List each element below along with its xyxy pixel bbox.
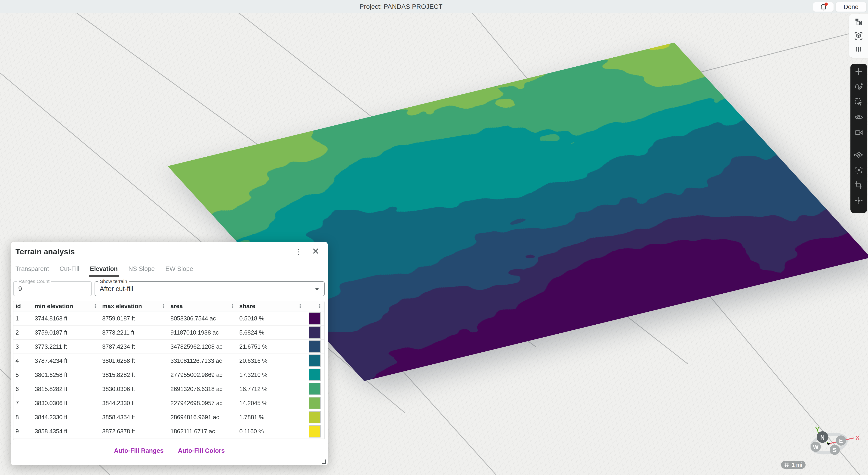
cell-min: 3830.0306 ft — [33, 399, 100, 407]
cell-min: 3815.8282 ft — [33, 385, 100, 393]
close-icon[interactable]: ✕ — [311, 246, 321, 256]
cell-area: 347825962.1208 ac — [168, 343, 237, 350]
cell-color — [305, 397, 324, 409]
cell-area: 91187010.1938 ac — [168, 329, 237, 336]
panel-resize-handle[interactable] — [322, 459, 326, 464]
analysis-tabs: Transparent Cut-Fill Elevation NS Slope … — [16, 262, 324, 276]
range-color-swatch[interactable] — [309, 354, 321, 367]
column-menu-icon[interactable]: ⋮ — [228, 303, 237, 309]
cell-id: 5 — [13, 372, 33, 379]
app: Y X W S E N 1 mi Project: PANDAS PROJECT — [0, 0, 868, 475]
map-scale-badge: 1 mi — [781, 461, 806, 469]
table-header: id min elevation⋮ max elevation⋮ area⋮ s… — [13, 301, 324, 311]
range-color-swatch[interactable] — [309, 411, 321, 423]
cell-area: 8053306.7544 ac — [168, 315, 237, 322]
cell-id: 1 — [13, 315, 33, 322]
cell-share: 17.3210 % — [237, 372, 305, 379]
column-menu-icon[interactable]: ⋮ — [315, 303, 324, 309]
surface-tool-button[interactable] — [854, 150, 864, 160]
show-terrain-select[interactable]: Show terrain After cut-fill — [95, 281, 324, 296]
show-terrain-label: Show terrain — [98, 278, 129, 284]
fit-view-cube-button[interactable] — [854, 31, 864, 41]
table-row[interactable]: 43787.4234 ft3801.6258 ft331081126.7133 … — [13, 354, 324, 368]
ranges-count-field[interactable]: Ranges Count 9 — [13, 281, 92, 296]
cell-id: 4 — [13, 357, 33, 364]
cell-min: 3744.8163 ft — [33, 315, 100, 322]
range-color-swatch[interactable] — [309, 312, 321, 325]
cell-id: 2 — [13, 329, 33, 336]
column-header-id: id — [13, 303, 33, 309]
navigation-gizmo[interactable]: Y X W S E N — [806, 424, 862, 459]
column-header-share: share⋮ — [237, 303, 305, 309]
notification-dot — [825, 3, 828, 6]
cell-area: 277955002.9869 ac — [168, 372, 237, 379]
cell-id: 9 — [13, 428, 33, 435]
cell-area: 28694816.9691 ac — [168, 414, 237, 421]
cell-max: 3801.6258 ft — [100, 357, 168, 364]
camera-button[interactable] — [854, 127, 864, 138]
range-color-swatch[interactable] — [309, 397, 321, 409]
cell-id: 7 — [13, 399, 33, 407]
layers-tree-button[interactable] — [854, 17, 864, 28]
ranges-count-value[interactable]: 9 — [13, 285, 22, 293]
cell-min: 3787.4234 ft — [33, 357, 100, 364]
tab-cut-fill[interactable]: Cut-Fill — [60, 265, 80, 276]
view-options-card — [849, 14, 868, 58]
tab-ns-slope[interactable]: NS Slope — [128, 265, 155, 276]
table-row[interactable]: 73830.0306 ft3844.2330 ft227942698.0957 … — [13, 396, 324, 410]
draw-spline-button[interactable] — [854, 82, 864, 92]
cell-max: 3872.6378 ft — [100, 428, 168, 435]
range-color-swatch[interactable] — [309, 326, 321, 339]
auto-fill-ranges-button[interactable]: Auto-Fill Ranges — [114, 447, 164, 454]
ranges-table: id min elevation⋮ max elevation⋮ area⋮ s… — [13, 301, 324, 440]
center-focus-button[interactable] — [854, 196, 864, 206]
cell-max: 3830.0306 ft — [100, 385, 168, 393]
cell-id: 3 — [13, 343, 33, 350]
cell-min: 3844.2330 ft — [33, 414, 100, 421]
table-row[interactable]: 83844.2330 ft3858.4354 ft28694816.9691 a… — [13, 410, 324, 424]
charts-button[interactable] — [854, 44, 864, 54]
crop-button[interactable] — [854, 180, 864, 190]
done-button[interactable]: Done — [835, 2, 867, 12]
axis-x-label: X — [856, 434, 860, 441]
range-color-swatch[interactable] — [309, 383, 321, 395]
grid-scale-icon — [784, 462, 789, 467]
grid-line — [403, 372, 498, 475]
range-color-swatch[interactable] — [309, 425, 321, 438]
table-row[interactable]: 23759.0187 ft3773.2211 ft91187010.1938 a… — [13, 326, 324, 340]
tab-ew-slope[interactable]: EW Slope — [165, 265, 193, 276]
show-terrain-value: After cut-fill — [95, 285, 133, 293]
adjust-points-button[interactable] — [854, 165, 864, 175]
table-row[interactable]: 33773.2211 ft3787.4234 ft347825962.1208 … — [13, 340, 324, 354]
select-tool-button[interactable] — [854, 97, 864, 107]
cell-max: 3787.4234 ft — [100, 343, 168, 350]
panel-title: Terrain analysis — [16, 247, 75, 256]
table-row[interactable]: 13744.8163 ft3759.0187 ft8053306.7544 ac… — [13, 311, 324, 326]
range-color-swatch[interactable] — [309, 368, 321, 381]
cell-max: 3815.8282 ft — [100, 372, 168, 379]
project-title: Project: PANDAS PROJECT — [360, 0, 442, 13]
table-row[interactable]: 93858.4354 ft3872.6378 ft1862111.6717 ac… — [13, 424, 324, 439]
toolbar-divider — [855, 144, 863, 144]
cell-color — [305, 312, 324, 325]
add-button[interactable] — [854, 66, 864, 77]
table-row[interactable]: 53801.6258 ft3815.8282 ft277955002.9869 … — [13, 368, 324, 382]
column-menu-icon[interactable]: ⋮ — [159, 303, 168, 309]
svg-text:N: N — [820, 434, 825, 441]
range-color-swatch[interactable] — [309, 340, 321, 353]
auto-fill-colors-button[interactable]: Auto-Fill Colors — [178, 447, 225, 454]
cell-max: 3759.0187 ft — [100, 315, 168, 322]
visibility-button[interactable] — [854, 112, 864, 122]
column-header-area: area⋮ — [168, 303, 237, 309]
column-menu-icon[interactable]: ⋮ — [91, 303, 100, 309]
column-menu-icon[interactable]: ⋮ — [296, 303, 305, 309]
notifications-button[interactable] — [813, 2, 834, 12]
panel-menu-button[interactable]: ⋮ — [293, 247, 304, 257]
cell-id: 6 — [13, 385, 33, 393]
ranges-count-label: Ranges Count — [17, 278, 51, 284]
cell-share: 5.6824 % — [237, 329, 305, 336]
tab-transparent[interactable]: Transparent — [16, 265, 49, 276]
table-row[interactable]: 63815.8282 ft3830.0306 ft269132076.6318 … — [13, 382, 324, 396]
column-header-max-elevation: max elevation⋮ — [100, 303, 168, 309]
tab-elevation[interactable]: Elevation — [90, 265, 118, 276]
